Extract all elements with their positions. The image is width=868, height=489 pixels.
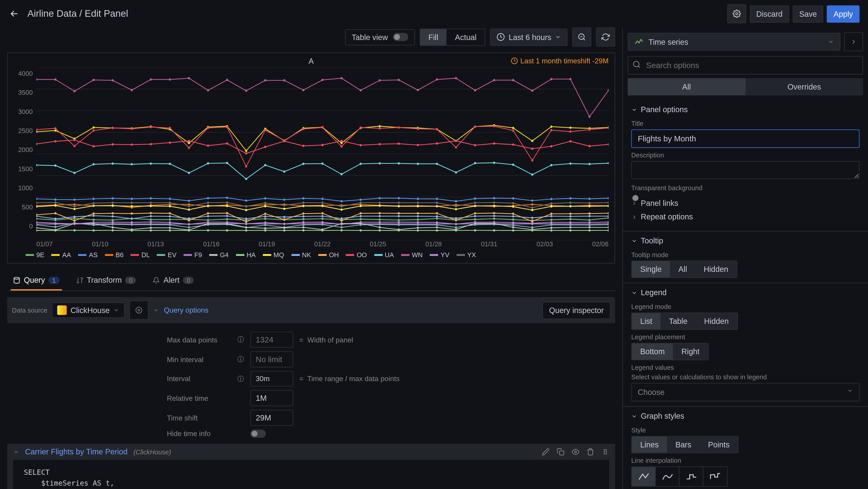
refresh-icon[interactable]: [596, 27, 615, 46]
legend-section[interactable]: Legend: [631, 288, 860, 299]
graph-styles-section[interactable]: Graph styles: [631, 412, 860, 423]
legend-list[interactable]: List: [632, 313, 660, 329]
time-shift-input[interactable]: [250, 410, 293, 426]
svg-point-454: [169, 78, 171, 81]
legend-item[interactable]: G4: [209, 251, 228, 258]
all-tab[interactable]: All: [628, 78, 745, 95]
plot-area[interactable]: [36, 67, 609, 240]
trash-icon[interactable]: [587, 448, 594, 456]
query-name[interactable]: Carrier Flights by Time Period: [25, 448, 127, 456]
save-button[interactable]: Save: [793, 5, 824, 22]
tab-transform[interactable]: Transform 0: [74, 269, 138, 290]
legend-item[interactable]: AA: [52, 251, 71, 258]
svg-point-412: [550, 145, 552, 147]
svg-point-25: [264, 218, 266, 220]
style-lines[interactable]: Lines: [632, 436, 667, 453]
interp-step-before[interactable]: [680, 467, 703, 486]
svg-point-487: [207, 221, 209, 223]
legend-item[interactable]: F9: [184, 251, 202, 258]
settings-icon[interactable]: [727, 4, 746, 23]
chevron-right-icon[interactable]: [844, 32, 863, 51]
svg-point-397: [264, 146, 266, 148]
info-icon[interactable]: ⓘ: [237, 374, 246, 383]
info-icon[interactable]: ⓘ: [237, 335, 246, 344]
legend-item[interactable]: YX: [456, 251, 476, 258]
legend-item[interactable]: OH: [318, 251, 339, 258]
legend-item[interactable]: 9E: [26, 251, 44, 258]
legend-item[interactable]: EV: [157, 251, 177, 258]
apply-button[interactable]: Apply: [827, 5, 860, 22]
description-input[interactable]: [631, 161, 860, 179]
table-view-toggle[interactable]: Table view: [345, 29, 415, 45]
panel-options-section[interactable]: Panel options: [631, 105, 860, 116]
hide-time-toggle[interactable]: [250, 430, 266, 438]
fill-button[interactable]: Fill: [420, 29, 447, 45]
svg-point-289: [569, 229, 571, 232]
query-options-link[interactable]: Query options: [164, 306, 209, 314]
panel-links-section[interactable]: Panel links: [631, 194, 860, 212]
tooltip-section[interactable]: Tooltip: [631, 236, 860, 248]
edit-icon[interactable]: [542, 448, 550, 456]
interp-linear[interactable]: [632, 467, 655, 486]
legend-item[interactable]: HA: [236, 251, 256, 258]
discard-button[interactable]: Discard: [750, 5, 789, 22]
svg-point-85: [226, 197, 228, 199]
legend-item[interactable]: OO: [346, 251, 367, 258]
tooltip-hidden[interactable]: Hidden: [695, 261, 737, 277]
svg-point-283: [455, 229, 457, 232]
svg-point-385: [36, 143, 37, 145]
back-arrow-icon[interactable]: [8, 8, 20, 20]
datasource-select[interactable]: ClickHouse: [52, 303, 125, 318]
info-icon[interactable]: ⓘ: [237, 355, 246, 364]
svg-point-32: [398, 219, 400, 221]
query-inspector-button[interactable]: Query inspector: [542, 301, 610, 319]
legend-item[interactable]: UA: [374, 251, 394, 258]
max-dp-input[interactable]: [250, 332, 293, 348]
repeat-options-section[interactable]: Repeat options: [631, 212, 860, 226]
chevron-right-icon: [631, 200, 637, 206]
tooltip-all[interactable]: All: [670, 261, 695, 277]
tooltip-single[interactable]: Single: [632, 261, 670, 277]
drag-icon[interactable]: [601, 448, 609, 456]
options-search-input[interactable]: [628, 56, 863, 75]
sql-editor[interactable]: SELECT $timeSeries AS t, Carrier, count(…: [13, 460, 609, 489]
legend-item[interactable]: YV: [430, 251, 450, 258]
svg-point-269: [188, 229, 190, 232]
datasource-settings-icon[interactable]: [129, 300, 148, 320]
tab-alert[interactable]: Alert 0: [151, 269, 196, 290]
legend-mode-group: List Table Hidden: [631, 313, 738, 330]
legend-item[interactable]: AS: [78, 251, 98, 258]
interp-step-after[interactable]: [704, 467, 727, 486]
legend-item[interactable]: DL: [131, 251, 150, 258]
overrides-tab[interactable]: Overrides: [745, 78, 863, 95]
actual-button[interactable]: Actual: [447, 29, 485, 45]
rel-time-input[interactable]: [250, 390, 293, 406]
legend-values-select[interactable]: Choose: [631, 383, 860, 401]
legend-item[interactable]: NK: [291, 251, 311, 258]
interp-smooth[interactable]: [656, 467, 680, 486]
legend-item[interactable]: B6: [105, 251, 124, 258]
style-bars[interactable]: Bars: [667, 436, 700, 453]
chevron-down-icon[interactable]: [13, 449, 19, 455]
legend-bottom[interactable]: Bottom: [632, 344, 673, 359]
copy-icon[interactable]: [557, 448, 564, 456]
chevron-down-icon[interactable]: [153, 307, 159, 313]
legend-hidden[interactable]: Hidden: [696, 313, 737, 329]
time-range-picker[interactable]: Last 6 hours: [490, 28, 567, 46]
eye-icon[interactable]: [572, 448, 579, 456]
panel-title-input[interactable]: [631, 130, 860, 148]
tab-query[interactable]: Query 1: [11, 269, 62, 290]
min-int-input[interactable]: [250, 351, 293, 367]
svg-point-296: [112, 205, 114, 207]
svg-point-348: [512, 215, 514, 218]
legend-right[interactable]: Right: [673, 344, 708, 359]
legend-item[interactable]: MQ: [263, 251, 284, 258]
style-points[interactable]: Points: [700, 436, 738, 453]
svg-point-290: [588, 229, 590, 232]
zoom-out-icon[interactable]: [572, 27, 591, 46]
svg-point-463: [340, 77, 342, 79]
legend-table[interactable]: Table: [660, 313, 696, 329]
clickhouse-icon: [57, 305, 67, 315]
legend-item[interactable]: WN: [401, 251, 423, 258]
visualization-picker[interactable]: Time series: [628, 33, 840, 51]
